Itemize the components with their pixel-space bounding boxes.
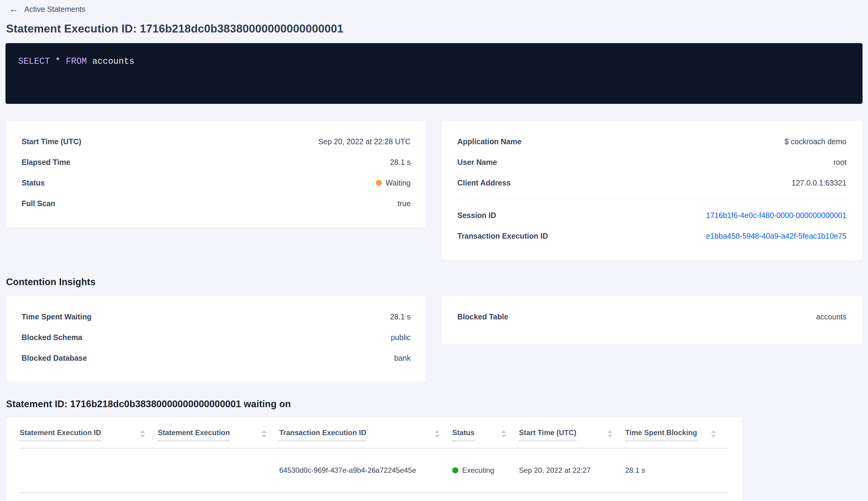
start-time-row: Start Time (UTC) Sep 20, 2022 at 22:28 U… bbox=[22, 136, 411, 147]
row-label: Time Spent Waiting bbox=[22, 311, 92, 322]
waiting-status-dot-icon bbox=[376, 180, 382, 186]
blocked-table-card: Blocked Table accounts bbox=[441, 296, 862, 345]
elapsed-time-row: Elapsed Time 28.1 s bbox=[22, 157, 411, 167]
time-spent-waiting-row: Time Spent Waiting 28.1 s bbox=[22, 311, 411, 322]
cell-transaction-execution-id: 64530d0c-969f-437e-a9b4-26a72245e45e bbox=[279, 466, 452, 475]
sql-star: * bbox=[50, 56, 66, 66]
cell-status: Executing bbox=[452, 466, 519, 475]
executing-status-dot-icon bbox=[452, 467, 458, 473]
cell-start-time: Sep 20, 2022 at 22:27 bbox=[519, 466, 625, 475]
session-id-link[interactable]: 1716b1f6-4e0c-f480-0000-000000000001 bbox=[706, 210, 846, 221]
row-value: true bbox=[398, 198, 411, 209]
back-link-active-statements[interactable]: ← Active Statements bbox=[6, 4, 85, 14]
status-text: Executing bbox=[462, 466, 494, 475]
session-info-card: Application Name $ cockroach demo User N… bbox=[441, 120, 862, 260]
overview-cards-row: Start Time (UTC) Sep 20, 2022 at 22:28 U… bbox=[6, 120, 862, 260]
row-value: $ cockroach demo bbox=[784, 136, 846, 147]
column-header-statement-execution[interactable]: Statement Execution bbox=[158, 428, 279, 441]
column-header-label: Statement Execution ID bbox=[20, 428, 101, 441]
row-value: Waiting bbox=[386, 178, 411, 188]
row-label: Application Name bbox=[457, 136, 521, 147]
column-header-transaction-execution-id[interactable]: Transaction Execution ID bbox=[279, 428, 452, 441]
row-label: Full Scan bbox=[22, 198, 55, 209]
table-header-row: Statement Execution ID Statement Executi… bbox=[20, 428, 729, 448]
page-title: Statement Execution ID: 1716b218dc0b3838… bbox=[6, 22, 862, 35]
column-header-label: Statement Execution bbox=[158, 428, 230, 441]
sql-table-ref: accounts bbox=[87, 56, 134, 66]
column-header-start-time[interactable]: Start Time (UTC) bbox=[519, 428, 625, 441]
arrow-left-icon: ← bbox=[9, 4, 18, 14]
row-label: Transaction Execution ID bbox=[457, 231, 548, 241]
column-header-label: Transaction Execution ID bbox=[279, 428, 366, 441]
column-header-status[interactable]: Status bbox=[452, 428, 519, 441]
waiting-on-table-card: Statement Execution ID Statement Executi… bbox=[6, 417, 743, 501]
session-id-row: Session ID 1716b1f6-4e0c-f480-0000-00000… bbox=[457, 210, 846, 221]
column-header-time-spent-blocking[interactable]: Time Spent Blocking bbox=[625, 428, 729, 441]
user-name-row: User Name root bbox=[457, 157, 846, 167]
table-row: 64530d0c-969f-437e-a9b4-26a72245e45e Exe… bbox=[20, 448, 729, 493]
transaction-execution-id-row: Transaction Execution ID e1bba458-5948-4… bbox=[457, 231, 846, 241]
row-label: Client Address bbox=[457, 178, 511, 188]
full-scan-row: Full Scan true bbox=[22, 198, 411, 209]
sql-statement-box: SELECT * FROM accounts bbox=[6, 43, 862, 104]
sort-icon[interactable] bbox=[262, 430, 267, 438]
column-header-label: Time Spent Blocking bbox=[625, 428, 697, 441]
row-label: User Name bbox=[457, 157, 497, 167]
row-label: Blocked Table bbox=[457, 311, 508, 322]
sort-icon[interactable] bbox=[501, 430, 506, 438]
row-label: Blocked Schema bbox=[22, 332, 82, 342]
transaction-execution-id-link[interactable]: e1bba458-5948-40a9-a42f-5feac1b10e75 bbox=[706, 231, 846, 241]
sql-keyword-from: FROM bbox=[66, 56, 87, 66]
row-label: Status bbox=[22, 178, 45, 188]
cell-time-spent-blocking: 28.1 s bbox=[625, 466, 729, 475]
contention-insights-heading: Contention Insights bbox=[6, 277, 862, 288]
application-name-row: Application Name $ cockroach demo bbox=[457, 136, 846, 147]
row-value: root bbox=[833, 157, 846, 167]
client-address-row: Client Address 127.0.0.1:63321 bbox=[457, 178, 846, 188]
statement-execution-details-page: ← Active Statements Statement Execution … bbox=[0, 0, 868, 501]
sort-icon[interactable] bbox=[608, 430, 612, 438]
blocked-schema-row: Blocked Schema public bbox=[22, 332, 411, 342]
sql-keyword-select: SELECT bbox=[18, 56, 50, 66]
card-divider bbox=[457, 198, 846, 199]
row-value: public bbox=[391, 332, 411, 342]
row-label: Session ID bbox=[457, 210, 496, 221]
blocked-database-row: Blocked Database bank bbox=[22, 353, 411, 363]
sort-icon[interactable] bbox=[711, 430, 716, 438]
row-value: 28.1 s bbox=[390, 311, 411, 322]
row-value: 28.1 s bbox=[390, 157, 411, 167]
status-value: Waiting bbox=[376, 178, 411, 188]
row-value: accounts bbox=[816, 311, 846, 322]
blocked-table-row: Blocked Table accounts bbox=[457, 311, 846, 322]
row-label: Start Time (UTC) bbox=[22, 136, 82, 147]
sort-icon[interactable] bbox=[435, 430, 440, 438]
row-value: 127.0.0.1:63321 bbox=[792, 178, 846, 188]
column-header-label: Status bbox=[452, 428, 474, 441]
contention-details-card: Time Spent Waiting 28.1 s Blocked Schema… bbox=[6, 296, 427, 382]
back-link-label: Active Statements bbox=[24, 5, 85, 14]
column-header-statement-execution-id[interactable]: Statement Execution ID bbox=[20, 428, 158, 441]
row-value: bank bbox=[394, 353, 411, 363]
column-header-label: Start Time (UTC) bbox=[519, 428, 576, 441]
status-row: Status Waiting bbox=[22, 178, 411, 188]
contention-cards-row: Time Spent Waiting 28.1 s Blocked Schema… bbox=[6, 296, 862, 382]
sort-icon[interactable] bbox=[140, 430, 145, 438]
row-value: Sep 20, 2022 at 22:28 UTC bbox=[318, 136, 411, 147]
execution-overview-card: Start Time (UTC) Sep 20, 2022 at 22:28 U… bbox=[6, 120, 427, 228]
row-label: Blocked Database bbox=[22, 353, 87, 363]
row-label: Elapsed Time bbox=[22, 157, 70, 167]
waiting-on-heading: Statement ID: 1716b218dc0b38380000000000… bbox=[6, 399, 862, 409]
